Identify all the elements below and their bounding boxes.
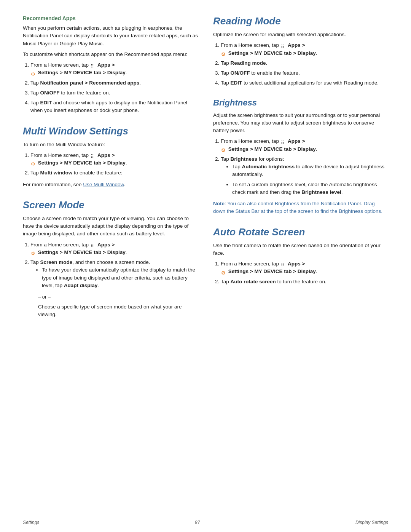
footer-left: Settings	[23, 520, 39, 525]
screen-mode-steps: From a Home screen, tap Apps > Settings …	[30, 241, 198, 319]
mw-step2-text: to enable the feature:	[72, 170, 122, 176]
multi-window-section: Multi Window Settings To turn on the Mul…	[23, 125, 198, 189]
mw-step2-bold: Multi window	[40, 170, 73, 176]
rec-step-4: Tap EDIT and choose which apps to displa…	[30, 99, 198, 115]
settings-icon-4	[221, 51, 226, 56]
rm-step4-bold: EDIT	[231, 80, 242, 86]
mw-step1-apps-label: Apps >	[96, 152, 115, 158]
screen-mode-title: Screen Mode	[23, 199, 198, 211]
left-column: Recommended Apps When you perform certai…	[23, 15, 198, 509]
auto-rotate-body1: Use the front camera to rotate the scree…	[213, 242, 388, 257]
rec-step-2: Tap Notification panel > Recommended app…	[30, 79, 198, 87]
rec-step4-bold: EDIT	[40, 100, 52, 105]
br-step-2: Tap Brightness for options: Tap Automati…	[221, 155, 388, 196]
use-multi-window-link[interactable]: Use Multi Window	[83, 182, 124, 187]
br-step2-bold: Brightness	[231, 156, 258, 162]
apps-icon-2	[91, 153, 96, 158]
rec-step2-tap: Tap	[30, 80, 40, 86]
footer-right: Display Settings	[355, 520, 388, 525]
rm-step3-bold: ON/OFF	[231, 70, 250, 76]
brightness-note: Note: You can also control Brightness fr…	[213, 200, 388, 216]
apps-icon-1	[91, 62, 96, 68]
brightness-title: Brightness	[213, 98, 388, 108]
rm-step3-tap: Tap	[221, 70, 231, 76]
rm-step2-bold: Reading mode	[231, 60, 266, 66]
note-label: Note	[213, 201, 225, 206]
br-step1-text-before: From a Home screen, tap	[221, 138, 280, 144]
sm-step1-text-before: From a Home screen, tap	[30, 242, 90, 248]
screen-mode-body1: Choose a screen mode to match your type …	[23, 215, 198, 238]
mw-step-1: From a Home screen, tap Apps > Settings …	[30, 152, 198, 167]
auto-rotate-title: Auto Rotate Screen	[213, 226, 388, 238]
rec-step1-period: .	[126, 70, 127, 75]
sm-step2-bold: Screen mode	[40, 259, 73, 265]
rm-step4-text: to select additional applications for us…	[242, 80, 379, 86]
br-step1-period: .	[316, 146, 317, 152]
rm-step-4: Tap EDIT to select additional applicatio…	[221, 79, 388, 87]
rm-step1-text-before: From a Home screen, tap	[221, 42, 280, 48]
note-text: : You can also control Brightness from t…	[213, 201, 382, 214]
mw-step2-tap: Tap	[30, 170, 40, 176]
sm-step1-apps-label: Apps >	[96, 242, 115, 248]
rec-step4-text: and choose which apps to display on the …	[30, 100, 187, 113]
rm-step2-tap: Tap	[221, 60, 231, 66]
ar-step2-text: to turn the feature on.	[276, 279, 327, 284]
auto-brightness-bold: Automatic brightness	[242, 164, 295, 169]
settings-icon-2	[31, 160, 36, 166]
br-step2-tap: Tap	[221, 156, 231, 162]
ar-step-1: From a Home screen, tap Apps > Settings …	[221, 260, 388, 276]
sm-step2-text: , and then choose a screen mode.	[72, 259, 150, 265]
rec-step4-tap: Tap	[30, 100, 40, 105]
more-info-end: .	[124, 182, 126, 187]
sm-step1-settings-text: Settings > MY DEVICE tab > Display	[37, 249, 126, 255]
rec-step2-bold: Notification panel > Recommended apps	[40, 80, 140, 86]
mw-step1-settings-text: Settings > MY DEVICE tab > Display	[37, 160, 126, 166]
brightness-steps: From a Home screen, tap Apps > Settings …	[221, 137, 388, 196]
rec-step1-settings-text: Settings > MY DEVICE tab > Display	[37, 70, 126, 75]
brightness-body1: Adjust the screen brightness to suit you…	[213, 112, 388, 135]
sm-bullets: To have your device automatically optimi…	[42, 266, 198, 289]
mw-step1-period: .	[126, 160, 127, 166]
mw-step-2: Tap Multi window to enable the feature:	[30, 169, 198, 177]
recommended-apps-body1: When you perform certain actions, such a…	[23, 24, 198, 48]
rm-step-1: From a Home screen, tap Apps > Settings …	[221, 42, 388, 57]
multi-window-body1: To turn on the Multi Window feature:	[23, 141, 198, 149]
ar-step-2: Tap Auto rotate screen to turn the featu…	[221, 278, 388, 286]
rec-step2-period: .	[139, 80, 141, 86]
rec-step3-text: to turn the feature on.	[60, 90, 110, 96]
footer-page-number: 87	[195, 520, 200, 525]
recommended-apps-title: Recommended Apps	[23, 15, 198, 21]
settings-icon-6	[221, 269, 226, 275]
br-step-1: From a Home screen, tap Apps > Settings …	[221, 137, 388, 153]
recommended-apps-section: Recommended Apps When you perform certai…	[23, 15, 198, 115]
sm-bullet-1: To have your device automatically optimi…	[42, 266, 198, 289]
rec-step-3: Tap ON/OFF to turn the feature on.	[30, 89, 198, 97]
rec-step3-bold: ON/OFF	[40, 90, 60, 96]
settings-icon-1	[31, 70, 36, 76]
rm-step2-period: .	[266, 60, 268, 66]
sm-step1-period: .	[126, 249, 127, 255]
sm-extra-text: Choose a specific type of screen mode ba…	[38, 303, 198, 319]
multi-window-more-info: For more information, see Use Multi Wind…	[23, 181, 198, 189]
rec-step1-apps-label: Apps >	[96, 62, 115, 68]
brightness-section: Brightness Adjust the screen brightness …	[213, 98, 388, 216]
page: Recommended Apps When you perform certai…	[0, 0, 411, 532]
multi-window-steps: From a Home screen, tap Apps > Settings …	[30, 152, 198, 177]
recommended-apps-body2: To customize which shortcuts appear on t…	[23, 51, 198, 58]
reading-mode-steps: From a Home screen, tap Apps > Settings …	[221, 42, 388, 87]
apps-icon-4	[281, 43, 286, 48]
brightness-level-bold: Brightness level	[301, 189, 341, 195]
reading-mode-title: Reading Mode	[213, 15, 388, 27]
apps-icon-5	[281, 139, 286, 144]
right-column: Reading Mode Optimize the screen for rea…	[213, 15, 388, 509]
rm-step4-tap: Tap	[221, 80, 231, 86]
screen-mode-section: Screen Mode Choose a screen mode to matc…	[23, 199, 198, 318]
rec-step1-text-before: From a Home screen, tap	[30, 62, 90, 68]
reading-mode-section: Reading Mode Optimize the screen for rea…	[213, 15, 388, 87]
footer: Settings 87 Display Settings	[0, 520, 411, 525]
auto-rotate-section: Auto Rotate Screen Use the front camera …	[213, 226, 388, 286]
rm-step-3: Tap ON/OFF to enable the feature.	[221, 69, 388, 77]
sm-step-1: From a Home screen, tap Apps > Settings …	[30, 241, 198, 257]
ar-step2-bold: Auto rotate screen	[231, 279, 276, 284]
settings-icon-5	[221, 147, 226, 152]
